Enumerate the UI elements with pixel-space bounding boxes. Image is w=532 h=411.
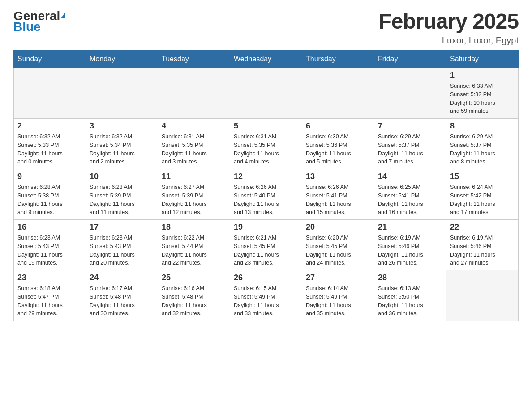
calendar-day-cell: 15Sunrise: 6:24 AM Sunset: 5:42 PM Dayli… (446, 169, 519, 220)
month-title: February 2025 (378, 9, 519, 34)
day-info: Sunrise: 6:25 AM Sunset: 5:41 PM Dayligh… (378, 183, 442, 217)
day-of-week-header: Wednesday (230, 51, 302, 68)
day-number: 12 (234, 172, 298, 181)
calendar-day-cell: 7Sunrise: 6:29 AM Sunset: 5:37 PM Daylig… (374, 119, 446, 169)
calendar-table: SundayMondayTuesdayWednesdayThursdayFrid… (13, 50, 519, 321)
calendar-week-row: 2Sunrise: 6:32 AM Sunset: 5:33 PM Daylig… (14, 119, 519, 169)
calendar-day-cell: 22Sunrise: 6:19 AM Sunset: 5:46 PM Dayli… (446, 220, 519, 270)
day-number: 18 (162, 223, 226, 232)
day-number: 1 (450, 71, 515, 80)
calendar-day-cell (230, 68, 302, 119)
day-number: 22 (450, 223, 515, 232)
calendar-day-cell (14, 68, 86, 119)
calendar-day-cell: 12Sunrise: 6:26 AM Sunset: 5:40 PM Dayli… (230, 169, 302, 220)
day-info: Sunrise: 6:24 AM Sunset: 5:42 PM Dayligh… (450, 183, 515, 217)
day-number: 28 (378, 273, 442, 283)
day-info: Sunrise: 6:32 AM Sunset: 5:33 PM Dayligh… (17, 133, 82, 166)
day-of-week-header: Monday (86, 51, 158, 68)
calendar-week-row: 23Sunrise: 6:18 AM Sunset: 5:47 PM Dayli… (14, 270, 519, 321)
day-number: 16 (17, 223, 82, 232)
calendar-day-cell: 23Sunrise: 6:18 AM Sunset: 5:47 PM Dayli… (14, 270, 86, 321)
day-info: Sunrise: 6:23 AM Sunset: 5:43 PM Dayligh… (90, 234, 154, 267)
day-info: Sunrise: 6:19 AM Sunset: 5:46 PM Dayligh… (378, 234, 442, 267)
calendar-day-cell: 8Sunrise: 6:29 AM Sunset: 5:37 PM Daylig… (446, 119, 519, 169)
day-info: Sunrise: 6:22 AM Sunset: 5:44 PM Dayligh… (162, 234, 226, 267)
day-of-week-header: Thursday (302, 51, 374, 68)
day-number: 27 (306, 273, 370, 283)
calendar-day-cell: 9Sunrise: 6:28 AM Sunset: 5:38 PM Daylig… (14, 169, 86, 220)
day-number: 3 (90, 121, 154, 131)
day-info: Sunrise: 6:30 AM Sunset: 5:36 PM Dayligh… (306, 133, 370, 166)
logo-arrow-icon (61, 12, 65, 18)
day-info: Sunrise: 6:28 AM Sunset: 5:38 PM Dayligh… (17, 183, 82, 217)
day-number: 13 (306, 172, 370, 181)
day-number: 19 (234, 223, 298, 232)
day-info: Sunrise: 6:26 AM Sunset: 5:40 PM Dayligh… (234, 183, 298, 217)
calendar-day-cell: 24Sunrise: 6:17 AM Sunset: 5:48 PM Dayli… (86, 270, 158, 321)
calendar-day-cell: 10Sunrise: 6:28 AM Sunset: 5:39 PM Dayli… (86, 169, 158, 220)
day-number: 17 (90, 223, 154, 232)
day-info: Sunrise: 6:14 AM Sunset: 5:49 PM Dayligh… (306, 284, 370, 318)
day-number: 9 (17, 172, 82, 181)
day-info: Sunrise: 6:32 AM Sunset: 5:34 PM Dayligh… (90, 133, 154, 166)
day-number: 26 (234, 273, 298, 283)
day-info: Sunrise: 6:16 AM Sunset: 5:48 PM Dayligh… (162, 284, 226, 318)
day-number: 2 (17, 121, 82, 131)
day-info: Sunrise: 6:31 AM Sunset: 5:35 PM Dayligh… (234, 133, 298, 166)
calendar-week-row: 1Sunrise: 6:33 AM Sunset: 5:32 PM Daylig… (14, 68, 519, 119)
day-info: Sunrise: 6:26 AM Sunset: 5:41 PM Dayligh… (306, 183, 370, 217)
day-info: Sunrise: 6:19 AM Sunset: 5:46 PM Dayligh… (450, 234, 515, 267)
calendar-week-row: 16Sunrise: 6:23 AM Sunset: 5:43 PM Dayli… (14, 220, 519, 270)
day-info: Sunrise: 6:31 AM Sunset: 5:35 PM Dayligh… (162, 133, 226, 166)
calendar-day-cell: 17Sunrise: 6:23 AM Sunset: 5:43 PM Dayli… (86, 220, 158, 270)
calendar-day-cell: 20Sunrise: 6:20 AM Sunset: 5:45 PM Dayli… (302, 220, 374, 270)
day-number: 25 (162, 273, 226, 283)
calendar-day-cell (158, 68, 230, 119)
calendar-day-cell (302, 68, 374, 119)
calendar-day-cell: 13Sunrise: 6:26 AM Sunset: 5:41 PM Dayli… (302, 169, 374, 220)
day-number: 11 (162, 172, 226, 181)
calendar-day-cell: 27Sunrise: 6:14 AM Sunset: 5:49 PM Dayli… (302, 270, 374, 321)
logo-blue-text: Blue (13, 20, 41, 34)
day-number: 24 (90, 273, 154, 283)
day-info: Sunrise: 6:29 AM Sunset: 5:37 PM Dayligh… (450, 133, 515, 166)
day-info: Sunrise: 6:23 AM Sunset: 5:43 PM Dayligh… (17, 234, 82, 267)
day-info: Sunrise: 6:18 AM Sunset: 5:47 PM Dayligh… (17, 284, 82, 318)
day-info: Sunrise: 6:33 AM Sunset: 5:32 PM Dayligh… (450, 82, 515, 116)
calendar-day-cell: 4Sunrise: 6:31 AM Sunset: 5:35 PM Daylig… (158, 119, 230, 169)
day-number: 15 (450, 172, 515, 181)
calendar-day-cell: 2Sunrise: 6:32 AM Sunset: 5:33 PM Daylig… (14, 119, 86, 169)
day-info: Sunrise: 6:29 AM Sunset: 5:37 PM Dayligh… (378, 133, 442, 166)
day-number: 6 (306, 121, 370, 131)
day-number: 5 (234, 121, 298, 131)
day-number: 10 (90, 172, 154, 181)
day-number: 23 (17, 273, 82, 283)
day-info: Sunrise: 6:20 AM Sunset: 5:45 PM Dayligh… (306, 234, 370, 267)
day-number: 14 (378, 172, 442, 181)
calendar-week-row: 9Sunrise: 6:28 AM Sunset: 5:38 PM Daylig… (14, 169, 519, 220)
page-header: General Blue February 2025 Luxor, Luxor,… (13, 9, 519, 46)
calendar-day-cell: 11Sunrise: 6:27 AM Sunset: 5:39 PM Dayli… (158, 169, 230, 220)
calendar-day-cell: 28Sunrise: 6:13 AM Sunset: 5:50 PM Dayli… (374, 270, 446, 321)
day-of-week-header: Friday (374, 51, 446, 68)
day-info: Sunrise: 6:27 AM Sunset: 5:39 PM Dayligh… (162, 183, 226, 217)
calendar-day-cell: 26Sunrise: 6:15 AM Sunset: 5:49 PM Dayli… (230, 270, 302, 321)
day-of-week-header: Tuesday (158, 51, 230, 68)
calendar-day-cell: 16Sunrise: 6:23 AM Sunset: 5:43 PM Dayli… (14, 220, 86, 270)
day-info: Sunrise: 6:15 AM Sunset: 5:49 PM Dayligh… (234, 284, 298, 318)
day-info: Sunrise: 6:21 AM Sunset: 5:45 PM Dayligh… (234, 234, 298, 267)
title-block: February 2025 Luxor, Luxor, Egypt (378, 9, 519, 46)
day-of-week-header: Sunday (14, 51, 86, 68)
day-of-week-header: Saturday (446, 51, 519, 68)
day-info: Sunrise: 6:13 AM Sunset: 5:50 PM Dayligh… (378, 284, 442, 318)
calendar-day-cell: 3Sunrise: 6:32 AM Sunset: 5:34 PM Daylig… (86, 119, 158, 169)
calendar-day-cell (374, 68, 446, 119)
calendar-day-cell: 5Sunrise: 6:31 AM Sunset: 5:35 PM Daylig… (230, 119, 302, 169)
day-number: 7 (378, 121, 442, 131)
day-number: 8 (450, 121, 515, 131)
location-text: Luxor, Luxor, Egypt (378, 35, 519, 46)
calendar-day-cell: 18Sunrise: 6:22 AM Sunset: 5:44 PM Dayli… (158, 220, 230, 270)
day-number: 4 (162, 121, 226, 131)
calendar-day-cell (446, 270, 519, 321)
day-info: Sunrise: 6:17 AM Sunset: 5:48 PM Dayligh… (90, 284, 154, 318)
